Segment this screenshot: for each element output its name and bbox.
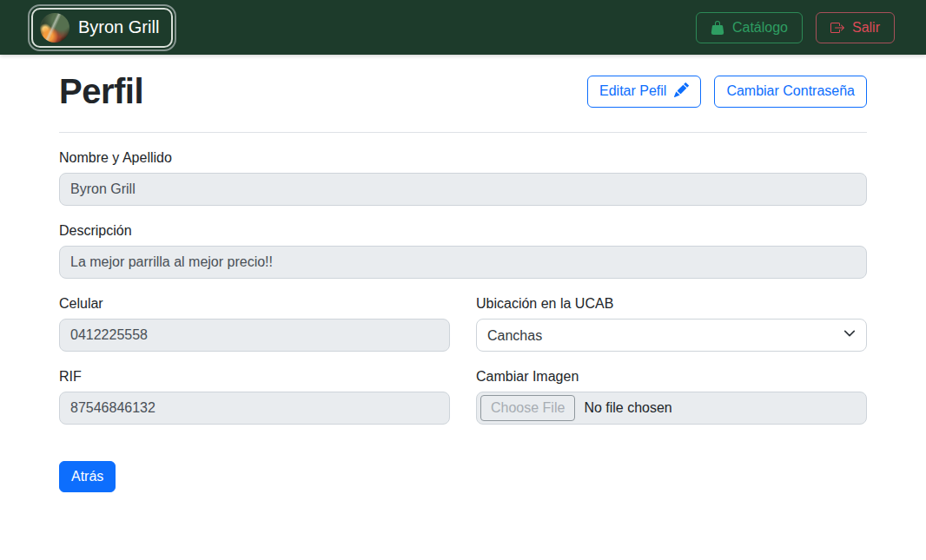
description-field-group: Descripción <box>59 223 867 279</box>
back-button[interactable]: Atrás <box>59 461 116 492</box>
page-header: Perfil Editar Pefil Cambiar Contraseña <box>59 72 867 110</box>
page-title: Perfil <box>59 72 143 110</box>
edit-profile-button-label: Editar Pefil <box>599 83 666 99</box>
phone-field-group: Celular <box>59 296 450 352</box>
phone-label: Celular <box>59 296 450 312</box>
logout-button[interactable]: Salir <box>816 12 895 43</box>
bag-icon <box>711 21 724 35</box>
catalog-button-label: Catálogo <box>732 20 788 36</box>
rif-input <box>59 392 450 425</box>
location-field-group: Ubicación en la UCAB Canchas <box>476 296 867 352</box>
change-password-button-label: Cambiar Contraseña <box>726 83 855 99</box>
name-input <box>59 173 867 206</box>
choose-file-button: Choose File <box>480 395 575 421</box>
navbar: Byron Grill Catálogo Salir <box>0 0 926 55</box>
phone-location-row: Celular Ubicación en la UCAB Canchas <box>59 296 867 352</box>
location-label: Ubicación en la UCAB <box>476 296 867 312</box>
brand-label: Byron Grill <box>78 17 159 37</box>
image-file-input: Choose File No file chosen <box>476 392 867 425</box>
name-label: Nombre y Apellido <box>59 150 867 166</box>
box-arrow-right-icon <box>830 21 844 35</box>
rif-image-row: RIF Cambiar Imagen Choose File No file c… <box>59 369 867 425</box>
navbar-actions: Catálogo Salir <box>696 12 895 43</box>
location-select[interactable]: Canchas <box>476 319 867 352</box>
profile-page: Perfil Editar Pefil Cambiar Contraseña N… <box>59 72 867 492</box>
description-label: Descripción <box>59 223 867 239</box>
pencil-icon <box>674 82 689 101</box>
edit-profile-button[interactable]: Editar Pefil <box>587 76 701 108</box>
description-input <box>59 246 867 279</box>
grill-avatar <box>40 13 69 43</box>
location-select-wrap: Canchas <box>476 319 867 352</box>
file-status-text: No file chosen <box>584 400 671 416</box>
brand-button[interactable]: Byron Grill <box>31 8 173 48</box>
header-actions: Editar Pefil Cambiar Contraseña <box>587 76 867 108</box>
phone-input <box>59 319 450 352</box>
divider <box>59 132 867 133</box>
rif-label: RIF <box>59 369 450 385</box>
name-field-group: Nombre y Apellido <box>59 150 867 206</box>
rif-field-group: RIF <box>59 369 450 425</box>
change-password-button[interactable]: Cambiar Contraseña <box>714 76 867 108</box>
image-field-group: Cambiar Imagen Choose File No file chose… <box>476 369 867 425</box>
logout-button-label: Salir <box>852 20 880 36</box>
catalog-button[interactable]: Catálogo <box>696 12 803 43</box>
image-label: Cambiar Imagen <box>476 369 867 385</box>
